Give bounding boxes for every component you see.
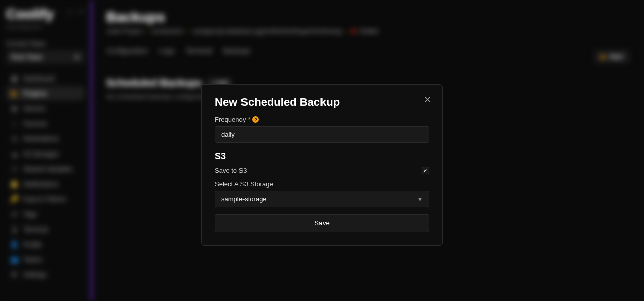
modal-overlay[interactable]: ✕ New Scheduled Backup Frequency * S3 Sa… (0, 0, 644, 301)
required-marker: * (248, 116, 250, 123)
frequency-label: Frequency * (215, 116, 429, 123)
save-button[interactable]: Save (215, 214, 429, 232)
s3-heading: S3 (215, 151, 429, 162)
modal-title: New Scheduled Backup (215, 96, 429, 109)
close-icon: ✕ (424, 94, 431, 105)
save-to-s3-checkbox[interactable] (422, 167, 429, 174)
close-button[interactable]: ✕ (421, 94, 433, 106)
save-to-s3-label: Save to S3 (215, 167, 247, 174)
chevron-down-icon: ▼ (417, 196, 423, 202)
storage-selected: sample-storage (221, 195, 267, 203)
storage-select[interactable]: sample-storage ▼ (215, 191, 429, 207)
select-storage-label: Select A S3 Storage (215, 180, 429, 188)
new-backup-modal: ✕ New Scheduled Backup Frequency * S3 Sa… (201, 84, 443, 246)
info-icon[interactable] (252, 116, 259, 123)
frequency-input[interactable] (215, 126, 429, 143)
